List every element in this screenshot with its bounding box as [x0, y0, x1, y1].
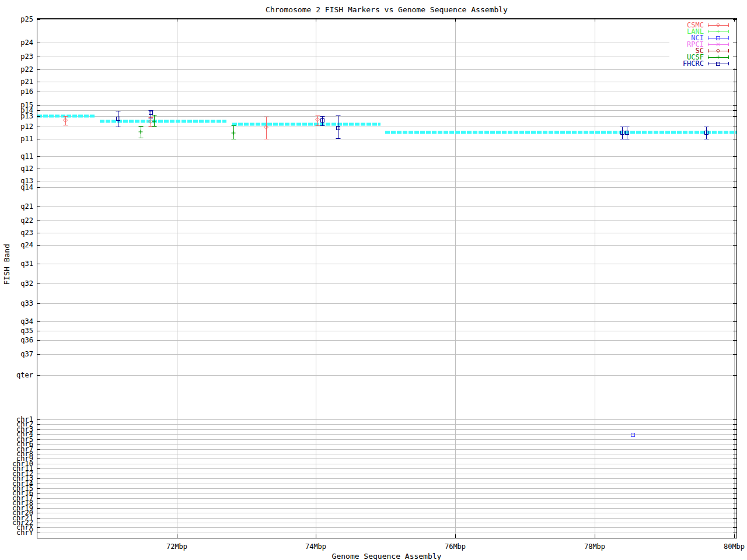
x-tick-label-76Mbp: 76Mbp	[445, 542, 466, 551]
plot-border	[37, 19, 737, 538]
y-tick-label-q33: q33	[20, 299, 33, 307]
y-tick-label-q23: q23	[20, 229, 33, 237]
y-tick-label-p12: p12	[20, 123, 33, 131]
y-tick-label-chrY: chrY	[16, 528, 34, 537]
y-tick-label-q35: q35	[20, 327, 33, 335]
y-tick-label-q12: q12	[20, 164, 33, 173]
y-tick-label-q11: q11	[20, 152, 33, 160]
y-tick-label-p16: p16	[20, 88, 33, 96]
y-tick-label-p21: p21	[20, 78, 33, 86]
y-tick-label-q32: q32	[20, 279, 33, 288]
page: { "chart_data": { "type": "scatter", "ti…	[0, 0, 747, 560]
y-tick-label-p25: p25	[20, 15, 33, 23]
x-tick-label-74Mbp: 74Mbp	[305, 542, 326, 551]
assembly-track	[37, 116, 736, 132]
y-tick-label-q14: q14	[20, 183, 33, 191]
series-CSMC	[64, 116, 320, 139]
legend: CSMCLANLNCIRPCISCUCSFFHCRC	[669, 20, 735, 68]
y-tick-label-q21: q21	[20, 202, 33, 211]
y-tick-label-q22: q22	[20, 216, 33, 225]
y-tick-label-p13: p13	[20, 112, 33, 120]
series-FHCRC	[116, 110, 709, 139]
grid-layer	[37, 18, 736, 538]
y-tick-label-p24: p24	[20, 38, 33, 47]
legend-label-FHCRC: FHCRC	[683, 60, 704, 68]
x-tick-label-80Mbp: 80Mbp	[724, 542, 745, 551]
x-tick-label-78Mbp: 78Mbp	[584, 542, 605, 551]
y-tick-label-p11: p11	[20, 135, 33, 143]
axes-layer: p25p24p23p22p21p16p15p14p13p12p11q11q12q…	[12, 15, 745, 551]
plot-svg: CSMCLANLNCIRPCISCUCSFFHCRCp25p24p23p22p2…	[0, 0, 747, 560]
y-tick-label-q37: q37	[20, 350, 33, 358]
y-tick-label-q24: q24	[20, 241, 33, 249]
y-tick-label-p23: p23	[20, 52, 33, 61]
y-tick-label-q36: q36	[20, 336, 33, 344]
y-tick-label-qter: qter	[16, 371, 33, 379]
x-tick-label-72Mbp: 72Mbp	[166, 542, 187, 551]
y-tick-label-p22: p22	[20, 65, 33, 74]
y-tick-label-q31: q31	[20, 260, 33, 268]
y-tick-label-q34: q34	[20, 317, 33, 326]
